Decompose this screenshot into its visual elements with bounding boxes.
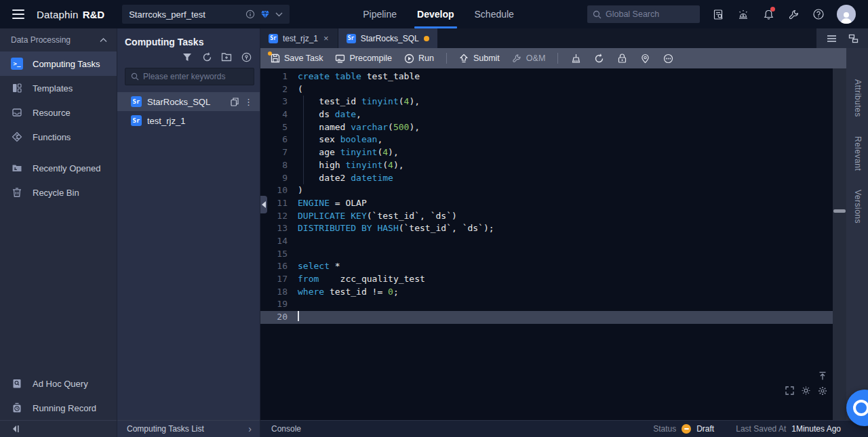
sidebar-item-functions[interactable]: Functions [0, 125, 117, 149]
code-line[interactable]: 19 [260, 298, 846, 311]
code-line[interactable]: 1create table test_table [260, 70, 846, 83]
help-button[interactable] [812, 7, 825, 21]
sidebar-item-running-record[interactable]: Running Record [0, 396, 117, 420]
code-line[interactable]: 11ENGINE = OLAP [260, 197, 846, 210]
tab-starrocks-sql[interactable]: Sr StarRocks_SQL [338, 28, 437, 48]
copy-icon[interactable] [230, 97, 239, 106]
starrocks-badge-icon: Sr [131, 115, 142, 126]
sidebar-section-header[interactable]: Data Processing [0, 28, 117, 51]
project-selector[interactable]: Starrcoks_perf_test [122, 5, 290, 24]
format-broom-icon[interactable] [570, 53, 581, 64]
notifications-button[interactable] [762, 7, 775, 21]
code-line[interactable]: 8 high tinyint(4), [260, 159, 846, 172]
code-line[interactable]: 3 test_id tinyint(4), [260, 96, 846, 108]
avatar[interactable] [837, 5, 856, 24]
sidebar-item-label: Resource [33, 108, 71, 118]
code-line[interactable]: 10) [260, 184, 846, 197]
split-view-icon[interactable] [848, 33, 859, 44]
unsaved-dot-icon [268, 51, 272, 56]
refresh-icon[interactable] [593, 53, 604, 64]
more-actions-icon[interactable]: ⋮ [244, 97, 253, 107]
resource-icon [11, 106, 23, 119]
global-search[interactable] [587, 5, 700, 23]
app-window: Dataphin R&D Starrcoks_perf_test Pipelin… [0, 0, 868, 437]
line-content: DUPLICATE KEY(`test_id`, `ds`) [298, 210, 846, 223]
sidebar-item-label: Ad Hoc Query [33, 379, 88, 389]
code-line[interactable]: 15 [260, 248, 846, 261]
editor-scrollbar[interactable] [833, 68, 846, 420]
footer-label: Computing Tasks List [127, 424, 204, 434]
task-search-input[interactable] [143, 72, 248, 81]
code-editor[interactable]: 1create table test_table2(3 test_id tiny… [260, 68, 846, 420]
om-button[interactable]: O&M [512, 54, 545, 64]
panel-collapse-handle[interactable] [260, 196, 267, 213]
sidebar-item-templates[interactable]: Templates [0, 76, 117, 100]
editor-column: Save Task Precompile Run [260, 48, 846, 420]
code-line[interactable]: 16select * [260, 260, 846, 273]
global-search-input[interactable] [606, 9, 694, 19]
tab-versions[interactable]: Versions [853, 190, 863, 224]
nav-schedule[interactable]: Schedule [475, 0, 514, 28]
console-toggle[interactable]: Console [271, 424, 301, 434]
indent-guide [303, 96, 304, 108]
more-circle-icon[interactable] [663, 53, 673, 64]
om-wrench-icon [512, 54, 522, 64]
gem-icon[interactable] [260, 10, 270, 19]
top-navigation: Pipeline Develop Schedule [363, 0, 514, 28]
tab-test-rjz-1[interactable]: Sr test_rjz_1 × [260, 28, 338, 48]
code-line[interactable]: 2( [260, 83, 846, 96]
map-pin-icon[interactable] [639, 53, 650, 64]
code-line[interactable]: 12DUPLICATE KEY(`test_id`, `ds`) [260, 210, 846, 223]
tab-relevant[interactable]: Relevant [853, 136, 863, 171]
code-line[interactable]: 6 sex boolean, [260, 133, 846, 146]
status-label: Status [653, 424, 676, 434]
locate-pin-icon[interactable] [241, 51, 252, 62]
sidebar-item-computing-tasks[interactable]: >_ Computing Tasks [0, 51, 117, 76]
code-line[interactable]: 13DISTRIBUTED BY HASH(`test_id`, `ds`); [260, 222, 846, 235]
sidebar-item-resource[interactable]: Resource [0, 100, 117, 125]
main-menu-button[interactable] [0, 0, 37, 28]
sidebar-item-recycle-bin[interactable]: Recycle Bin [0, 180, 117, 205]
gear-icon[interactable] [817, 386, 827, 396]
code-line[interactable]: 4 ds date, [260, 108, 846, 121]
submit-button[interactable]: Submit [459, 54, 500, 64]
tab-attributes[interactable]: Attributes [853, 79, 863, 117]
code-line[interactable]: 20 [260, 311, 846, 324]
refresh-icon[interactable] [201, 51, 212, 62]
filter-icon[interactable] [182, 51, 193, 62]
audit-log-button[interactable] [711, 7, 725, 21]
task-row-test-rjz-1[interactable]: Sr test_rjz_1 [117, 111, 260, 130]
new-folder-icon[interactable] [221, 51, 232, 62]
nav-develop[interactable]: Develop [417, 0, 454, 28]
code-line[interactable]: 5 named varchar(500), [260, 121, 846, 134]
code-line[interactable]: 9 date2 datetime [260, 172, 846, 185]
sidebar-item-ad-hoc-query[interactable]: Ad Hoc Query [0, 371, 117, 396]
code-line[interactable]: 7 age tinyint(4), [260, 146, 846, 159]
precompile-button[interactable]: Precompile [335, 54, 392, 64]
code-line[interactable]: 14 [260, 235, 846, 248]
computing-tasks-list-footer[interactable]: Computing Tasks List › [117, 420, 260, 437]
tools-button[interactable] [787, 7, 800, 21]
theme-sun-icon[interactable] [801, 386, 811, 396]
run-button[interactable]: Run [404, 54, 434, 64]
task-row-starrocks-sql[interactable]: Sr StarRocks_SQL ⋮ [117, 92, 260, 111]
save-task-button[interactable]: Save Task [270, 54, 323, 64]
scroll-to-top-icon[interactable] [817, 371, 827, 381]
submit-label: Submit [473, 54, 500, 63]
chevron-down-icon [275, 12, 283, 17]
alert-center-button[interactable] [736, 7, 750, 21]
nav-pipeline[interactable]: Pipeline [363, 0, 397, 28]
sidebar-collapse-button[interactable] [0, 420, 117, 437]
fullscreen-icon[interactable] [785, 386, 795, 396]
code-line[interactable]: 17from zcc_quality_test [260, 273, 846, 286]
lock-icon[interactable] [616, 53, 627, 64]
code-line[interactable]: 18where test_id != 0; [260, 286, 846, 299]
sidebar-item-label: Computing Tasks [33, 59, 100, 69]
info-icon[interactable] [245, 9, 255, 19]
task-search-field[interactable] [125, 68, 254, 85]
tab-list-icon[interactable] [826, 33, 837, 44]
scrollbar-thumb[interactable] [833, 209, 846, 213]
close-icon[interactable]: × [323, 33, 330, 43]
sidebar-item-recently-opened[interactable]: Recently Opened [0, 156, 117, 180]
line-content [298, 298, 846, 311]
